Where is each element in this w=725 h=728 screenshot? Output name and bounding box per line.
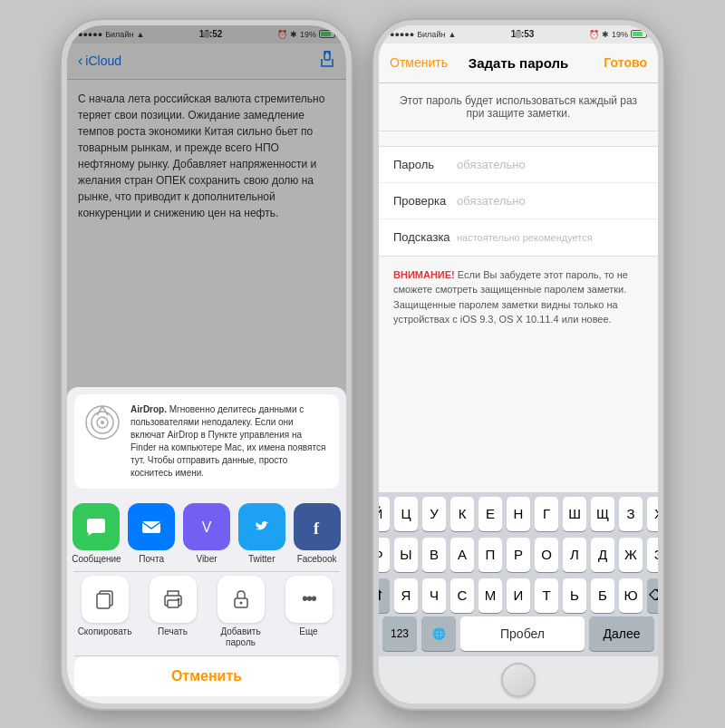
share-panel: AirDrop. Мгновенно делитесь данными с по… bbox=[67, 387, 346, 656]
verify-row[interactable]: Проверка обязательно bbox=[379, 183, 658, 219]
carrier-dots-2: ●●●●● bbox=[390, 30, 414, 39]
kb-num-key[interactable]: 123 bbox=[382, 616, 417, 651]
twitter-label: Twitter bbox=[248, 554, 275, 564]
airdrop-description: Мгновенно делитесь данными с пользовател… bbox=[130, 404, 325, 478]
more-icon: ••• bbox=[285, 576, 333, 623]
share-sheet: AirDrop. Мгновенно делитесь данными с по… bbox=[67, 44, 346, 656]
kb-next-key[interactable]: Далее bbox=[589, 616, 654, 651]
bluetooth-icon-2: ✱ bbox=[602, 30, 609, 39]
kb-key-э[interactable]: Э bbox=[647, 538, 658, 572]
iphone-right: ●●●●● Билайн ▲ 12:53 ⏰ ✱ 19% Отменить За… bbox=[373, 20, 663, 709]
kb-key-ь[interactable]: Ь bbox=[563, 578, 586, 613]
kb-key-з[interactable]: З bbox=[619, 497, 643, 531]
status-bar-right: ●●●●● Билайн ▲ 12:53 ⏰ ✱ 19% bbox=[379, 25, 658, 44]
share-actions-row: Скопировать Печать Добавить пароль bbox=[67, 572, 346, 655]
kb-key-т[interactable]: Т bbox=[535, 578, 558, 613]
kb-key-г[interactable]: Г bbox=[535, 497, 558, 531]
hint-row[interactable]: Подсказка настоятельно рекомендуется bbox=[379, 219, 658, 256]
kb-key-с[interactable]: С bbox=[450, 578, 474, 613]
svg-text:V: V bbox=[202, 519, 212, 535]
kb-key-к[interactable]: К bbox=[450, 497, 474, 531]
spacer bbox=[379, 338, 658, 492]
facebook-label: Facebook bbox=[297, 554, 337, 564]
kb-key-у[interactable]: У bbox=[422, 497, 446, 531]
battery-text-2: 19% bbox=[612, 30, 628, 39]
svg-rect-18 bbox=[168, 600, 179, 607]
nav-title: Задать пароль bbox=[469, 55, 568, 71]
airdrop-title: AirDrop. bbox=[130, 404, 167, 414]
verify-label: Проверка bbox=[393, 194, 457, 208]
action-print[interactable]: Печать bbox=[142, 576, 203, 648]
kb-key-ж[interactable]: Ж bbox=[619, 538, 643, 572]
kb-key-м[interactable]: М bbox=[478, 578, 502, 613]
kb-key-ы[interactable]: Ы bbox=[394, 538, 418, 572]
nav-cancel-button[interactable]: Отменить bbox=[390, 55, 448, 70]
nav-bar-right: Отменить Задать пароль Готово bbox=[379, 44, 658, 83]
kb-key-ц[interactable]: Ц bbox=[394, 497, 418, 531]
share-app-twitter[interactable]: Twitter bbox=[236, 503, 287, 564]
password-input[interactable]: обязательно bbox=[457, 158, 526, 171]
kb-space-key[interactable]: Пробел bbox=[460, 616, 585, 651]
kb-shift-key[interactable]: ⬆ bbox=[379, 578, 390, 613]
kb-key-р[interactable]: Р bbox=[507, 538, 530, 572]
kb-key-х[interactable]: Х bbox=[647, 497, 658, 531]
copy-icon bbox=[82, 576, 129, 623]
action-add-password[interactable]: Добавить пароль bbox=[210, 576, 271, 648]
nav-done-button[interactable]: Готово bbox=[604, 55, 647, 70]
share-app-facebook[interactable]: f Facebook bbox=[291, 503, 343, 564]
share-app-messages[interactable]: Сообщение bbox=[71, 503, 122, 564]
hint-input[interactable]: настоятельно рекомендуется bbox=[457, 232, 593, 243]
kb-key-щ[interactable]: Щ bbox=[591, 497, 614, 531]
kb-key-ф[interactable]: Ф bbox=[379, 538, 390, 572]
kb-row-1: Й Ц У К Е Н Г Ш Щ З Х bbox=[379, 492, 658, 533]
share-apps-row: Сообщение Почта V Viber bbox=[67, 496, 346, 571]
kb-key-д[interactable]: Д bbox=[591, 538, 614, 572]
kb-key-а[interactable]: А bbox=[450, 538, 474, 572]
status-time-right: 12:53 bbox=[511, 29, 535, 39]
verify-input[interactable]: обязательно bbox=[457, 194, 526, 208]
viber-label: Viber bbox=[196, 554, 217, 564]
share-app-mail[interactable]: Почта bbox=[126, 503, 178, 564]
kb-key-е[interactable]: Е bbox=[478, 497, 502, 531]
status-right-2: ⏰ ✱ 19% bbox=[589, 30, 647, 39]
kb-key-й[interactable]: Й bbox=[379, 497, 390, 531]
status-left-2: ●●●●● Билайн ▲ bbox=[390, 30, 456, 39]
kb-key-ш[interactable]: Ш bbox=[563, 497, 586, 531]
more-label: Еще bbox=[299, 626, 317, 637]
alarm-icon-2: ⏰ bbox=[589, 30, 599, 39]
kb-key-п[interactable]: П bbox=[478, 538, 502, 572]
kb-delete-key[interactable]: ⌫ bbox=[647, 578, 658, 613]
action-copy[interactable]: Скопировать bbox=[74, 576, 135, 648]
svg-point-4 bbox=[101, 421, 104, 424]
kb-row-2: Ф Ы В А П Р О Л Д Ж Э bbox=[379, 533, 658, 574]
kb-key-л[interactable]: Л bbox=[563, 538, 586, 572]
kb-key-я[interactable]: Я bbox=[394, 578, 418, 613]
action-more[interactable]: ••• Еще bbox=[278, 576, 339, 648]
kb-key-б[interactable]: Б bbox=[591, 578, 614, 613]
kb-key-и[interactable]: И bbox=[507, 578, 530, 613]
messages-label: Сообщение bbox=[72, 554, 121, 564]
add-password-label: Добавить пароль bbox=[210, 626, 271, 648]
kb-globe-key[interactable]: 🌐 bbox=[421, 616, 456, 651]
password-row[interactable]: Пароль обязательно bbox=[379, 147, 658, 183]
kb-key-н[interactable]: Н bbox=[507, 497, 530, 531]
facebook-icon: f bbox=[294, 503, 341, 550]
screen-left: ‹ iCloud С начала лета российская валюта… bbox=[67, 44, 346, 656]
kb-key-ч[interactable]: Ч bbox=[422, 578, 446, 613]
kb-key-в[interactable]: В bbox=[422, 538, 446, 572]
svg-point-19 bbox=[177, 597, 179, 600]
keyboard[interactable]: Й Ц У К Е Н Г Ш Щ З Х Ф Ы В А П Р О bbox=[379, 492, 658, 656]
screen-right: Отменить Задать пароль Готово Этот парол… bbox=[379, 44, 658, 656]
kb-key-ю[interactable]: Ю bbox=[619, 578, 643, 613]
messages-icon bbox=[72, 503, 120, 550]
share-app-viber[interactable]: V Viber bbox=[181, 503, 233, 564]
mail-icon bbox=[128, 503, 175, 550]
home-area-right bbox=[379, 656, 658, 704]
viber-icon: V bbox=[183, 503, 230, 550]
home-button-right[interactable] bbox=[501, 663, 536, 697]
airdrop-text: AirDrop. Мгновенно делитесь данными с по… bbox=[130, 403, 330, 480]
warning-box: ВНИМАНИЕ! Если Вы забудете этот пароль, … bbox=[393, 267, 643, 327]
airdrop-icon bbox=[83, 403, 121, 442]
lock-icon bbox=[218, 576, 265, 623]
kb-key-о[interactable]: О bbox=[535, 538, 558, 572]
